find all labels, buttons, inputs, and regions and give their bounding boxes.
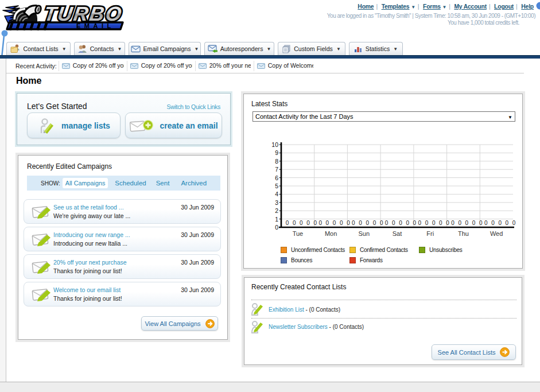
svg-text:0: 0 — [413, 220, 417, 226]
svg-text:Fri: Fri — [426, 230, 434, 237]
svg-text:9: 9 — [275, 149, 278, 156]
svg-text:0: 0 — [366, 220, 370, 226]
svg-text:10: 10 — [271, 141, 278, 148]
svg-text:0: 0 — [314, 220, 317, 226]
svg-text:7: 7 — [275, 166, 278, 173]
svg-text:0: 0 — [392, 220, 395, 226]
svg-text:0: 0 — [352, 220, 355, 226]
svg-text:0: 0 — [359, 220, 362, 226]
svg-text:0: 0 — [406, 220, 409, 226]
svg-text:0: 0 — [373, 220, 376, 226]
svg-text:0: 0 — [491, 220, 495, 226]
svg-text:4: 4 — [275, 191, 278, 197]
svg-text:1: 1 — [275, 216, 278, 223]
svg-text:Sun: Sun — [359, 230, 370, 237]
svg-text:0: 0 — [446, 220, 449, 226]
svg-text:0: 0 — [451, 220, 454, 226]
svg-text:EMAIL: EMAIL — [76, 22, 115, 29]
svg-text:0: 0 — [340, 220, 343, 226]
svg-text:0: 0 — [439, 220, 442, 226]
svg-text:0: 0 — [458, 220, 461, 226]
svg-text:0: 0 — [318, 220, 322, 226]
svg-text:Wed: Wed — [490, 230, 503, 237]
svg-text:0: 0 — [286, 220, 289, 226]
svg-text:5: 5 — [275, 183, 278, 189]
svg-text:0: 0 — [484, 220, 488, 226]
svg-text:0: 0 — [425, 220, 429, 226]
svg-text:0: 0 — [293, 220, 296, 226]
svg-text:Tue: Tue — [293, 230, 304, 237]
svg-text:3: 3 — [275, 199, 278, 206]
svg-text:0: 0 — [380, 220, 383, 226]
svg-text:0: 0 — [498, 220, 502, 226]
svg-text:0: 0 — [418, 220, 422, 226]
svg-text:0: 0 — [472, 220, 476, 226]
svg-text:0: 0 — [306, 220, 310, 226]
svg-text:8: 8 — [275, 158, 278, 165]
svg-text:0: 0 — [465, 220, 469, 226]
svg-text:Sat: Sat — [393, 230, 402, 237]
svg-text:0: 0 — [512, 220, 516, 226]
svg-text:0: 0 — [479, 220, 483, 226]
svg-text:0: 0 — [275, 224, 278, 231]
svg-text:Thu: Thu — [458, 230, 469, 237]
svg-text:0: 0 — [300, 220, 303, 226]
svg-text:Mon: Mon — [325, 230, 337, 237]
svg-text:TURBO: TURBO — [42, 2, 124, 25]
svg-text:6: 6 — [275, 174, 278, 181]
svg-text:0: 0 — [432, 220, 436, 226]
svg-text:2: 2 — [275, 207, 278, 214]
svg-text:0: 0 — [385, 220, 389, 226]
svg-text:0: 0 — [399, 220, 402, 226]
svg-text:0: 0 — [506, 220, 509, 226]
svg-text:0: 0 — [326, 220, 329, 226]
svg-text:0: 0 — [347, 220, 350, 226]
svg-text:0: 0 — [333, 220, 336, 226]
